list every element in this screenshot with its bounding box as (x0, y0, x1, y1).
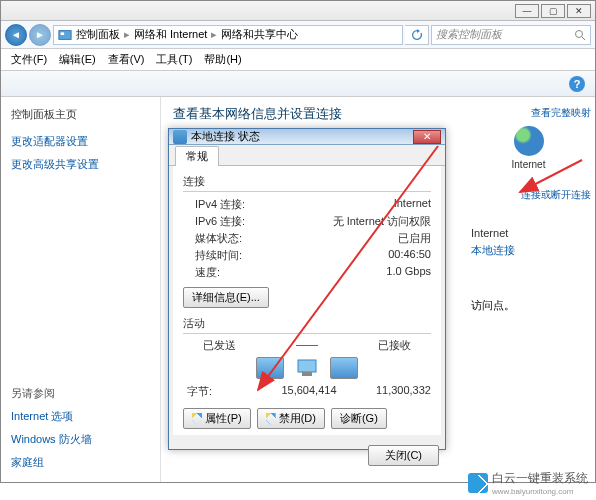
connection-icon (173, 130, 187, 144)
dialog-title: 本地连接 状态 (191, 129, 260, 144)
tab-general[interactable]: 常规 (175, 146, 219, 166)
recv-label: 已接收 (318, 338, 431, 353)
dur-label: 持续时间: (183, 248, 388, 263)
shield-icon (266, 413, 276, 425)
speed-label: 速度: (183, 265, 386, 280)
ipv4-value: Internet (394, 197, 431, 212)
media-label: 媒体状态: (183, 231, 398, 246)
watermark-brand: 白云一键重装系统 (492, 471, 588, 485)
status-dialog: 本地连接 状态 ✕ 常规 连接 IPv4 连接:Internet IPv6 连接… (168, 128, 446, 450)
internet-globe-icon (514, 126, 544, 156)
connect-disconnect-link[interactable]: 连接或断开连接 (466, 188, 591, 202)
dur-value: 00:46:50 (388, 248, 431, 263)
path-seg-1[interactable]: 控制面板 (76, 27, 120, 42)
svg-rect-4 (298, 360, 316, 372)
control-panel-icon (58, 28, 72, 42)
disable-button[interactable]: 禁用(D) (257, 408, 325, 429)
shield-icon (192, 413, 202, 425)
titlebar: — ▢ ✕ (1, 1, 595, 21)
close-button[interactable]: 关闭(C) (368, 445, 439, 466)
sidebar-adapter[interactable]: 更改适配器设置 (11, 130, 150, 153)
watermark-logo-icon (468, 473, 488, 493)
sidebar: 控制面板主页 更改适配器设置 更改高级共享设置 另请参阅 Internet 选项… (1, 97, 161, 482)
sidebar-home[interactable]: 控制面板主页 (11, 105, 150, 130)
search-icon (574, 29, 586, 41)
details-button[interactable]: 详细信息(E)... (183, 287, 269, 308)
forward-button[interactable]: ► (29, 24, 51, 46)
sidebar-sharing[interactable]: 更改高级共享设置 (11, 153, 150, 176)
sidebar-homegroup[interactable]: 家庭组 (11, 451, 150, 474)
dialog-titlebar[interactable]: 本地连接 状态 ✕ (169, 129, 445, 145)
watermark: 白云一键重装系统 www.baiyunxitong.com (468, 470, 588, 496)
ipv6-label: IPv6 连接: (183, 214, 333, 229)
svg-point-2 (576, 30, 583, 37)
search-input[interactable]: 搜索控制面板 (431, 25, 591, 45)
access-point-text: 访问点。 (471, 298, 591, 313)
conn-section: 连接 (183, 174, 431, 189)
tabstrip: 常规 (169, 145, 445, 166)
net-name: Internet (471, 227, 591, 239)
sent-label: 已发送 (183, 338, 296, 353)
menubar: 文件(F) 编辑(E) 查看(V) 工具(T) 帮助(H) (1, 49, 595, 71)
dialog-footer: 关闭(C) (169, 439, 445, 472)
refresh-icon (411, 29, 423, 41)
close-button[interactable]: ✕ (567, 4, 591, 18)
menu-help[interactable]: 帮助(H) (198, 50, 247, 69)
diagnose-button[interactable]: 诊断(G) (331, 408, 387, 429)
maximize-button[interactable]: ▢ (541, 4, 565, 18)
active-network: Internet 本地连接 访问点。 (471, 227, 591, 317)
media-value: 已启用 (398, 231, 431, 246)
svg-rect-1 (61, 32, 65, 35)
search-placeholder: 搜索控制面板 (436, 27, 574, 42)
menu-view[interactable]: 查看(V) (102, 50, 151, 69)
ipv6-value: 无 Internet 访问权限 (333, 214, 431, 229)
ipv4-label: IPv4 连接: (183, 197, 394, 212)
sidebar-inet[interactable]: Internet 选项 (11, 405, 150, 428)
address-bar: ◄ ► 控制面板▸ 网络和 Internet▸ 网络和共享中心 搜索控制面板 (1, 21, 595, 49)
path-seg-3[interactable]: 网络和共享中心 (221, 27, 298, 42)
help-icon[interactable]: ? (569, 76, 585, 92)
speed-value: 1.0 Gbps (386, 265, 431, 280)
local-connection-link[interactable]: 本地连接 (471, 244, 515, 256)
sent-bytes: 15,604,414 (268, 384, 349, 399)
bytes-label: 字节: (183, 384, 268, 399)
path-seg-2[interactable]: 网络和 Internet (134, 27, 207, 42)
dialog-close-button[interactable]: ✕ (413, 130, 441, 144)
breadcrumb[interactable]: 控制面板▸ 网络和 Internet▸ 网络和共享中心 (53, 25, 403, 45)
network-adapter-icon (294, 358, 320, 378)
menu-tools[interactable]: 工具(T) (150, 50, 198, 69)
network-map-right: 查看完整映射 Internet 连接或断开连接 (466, 103, 591, 202)
activity-section: 活动 (183, 316, 431, 331)
sidebar-firewall[interactable]: Windows 防火墙 (11, 428, 150, 451)
toolbar: ? (1, 71, 595, 97)
svg-line-3 (582, 37, 585, 40)
watermark-url: www.baiyunxitong.com (492, 487, 588, 496)
sent-monitor-icon (256, 357, 284, 379)
properties-button[interactable]: 属性(P) (183, 408, 251, 429)
refresh-button[interactable] (405, 25, 429, 45)
recv-bytes: 11,300,332 (350, 384, 431, 399)
full-map-link[interactable]: 查看完整映射 (466, 106, 591, 120)
menu-edit[interactable]: 编辑(E) (53, 50, 102, 69)
internet-label: Internet (466, 159, 591, 170)
minimize-button[interactable]: — (515, 4, 539, 18)
recv-monitor-icon (330, 357, 358, 379)
activity-graphic (183, 357, 431, 379)
svg-rect-5 (302, 372, 312, 376)
sidebar-seealso: 另请参阅 (11, 382, 150, 405)
back-button[interactable]: ◄ (5, 24, 27, 46)
dialog-body: 连接 IPv4 连接:Internet IPv6 连接:无 Internet 访… (173, 166, 441, 435)
menu-file[interactable]: 文件(F) (5, 50, 53, 69)
